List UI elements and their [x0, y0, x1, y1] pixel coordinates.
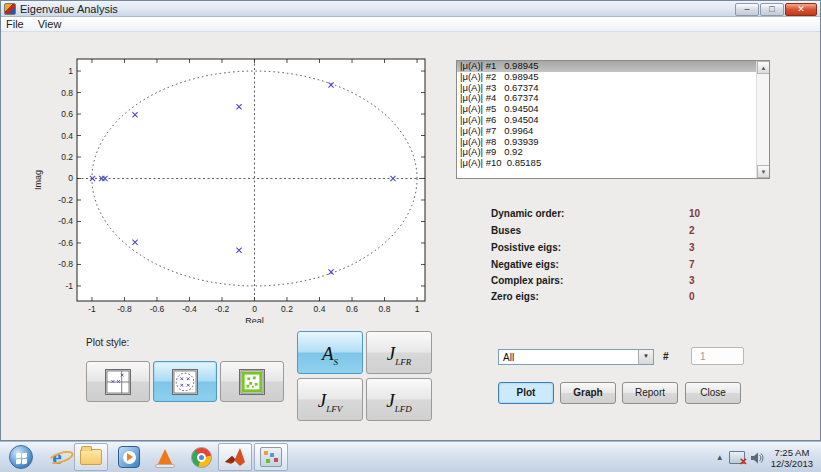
window-title: Eigenvalue Analysis: [20, 3, 118, 15]
matrix-Jlfv-button[interactable]: JLFV: [297, 378, 363, 421]
taskbar-item-windows-explorer[interactable]: [74, 443, 108, 471]
show-hidden-icons-button[interactable]: ▲: [716, 453, 724, 462]
stat-value-complex-pairs: 3: [689, 275, 719, 286]
plot-style-sparsity-button[interactable]: [220, 361, 284, 402]
stat-label-complex-pairs: Complex pairs:: [491, 275, 641, 286]
svg-text:-0.2: -0.2: [58, 195, 73, 205]
figure-window-icon: [260, 447, 282, 467]
svg-text:0.6: 0.6: [346, 304, 358, 314]
chevron-down-icon[interactable]: ▼: [638, 350, 653, 364]
menu-file[interactable]: File: [6, 18, 24, 30]
network-disconnected-icon: ✕: [739, 458, 747, 466]
scroll-up-icon[interactable]: ▲: [757, 61, 770, 74]
svg-text:Imag: Imag: [33, 170, 43, 190]
matrix-Jlfd-button[interactable]: JLFD: [366, 378, 432, 421]
chrome-icon: [191, 447, 212, 468]
minimize-button[interactable]: –: [735, 3, 759, 16]
internet-explorer-icon: e: [52, 447, 61, 467]
restore-button[interactable]: □: [760, 3, 784, 16]
svg-text:0.8: 0.8: [379, 304, 391, 314]
svg-text:1: 1: [415, 304, 420, 314]
vlc-cone-icon: [157, 449, 173, 466]
stat-value-buses: 2: [689, 225, 719, 236]
dropdown-value: All: [503, 352, 514, 363]
svg-text:0.2: 0.2: [61, 152, 73, 162]
stat-label-negative-eigs: Negative eigs:: [491, 259, 641, 270]
app-icon: [4, 3, 16, 15]
eigenvalue-analysis-window: Eigenvalue Analysis – □ ✕ File View -1-0…: [0, 0, 821, 441]
svg-text:-1: -1: [88, 304, 96, 314]
svg-text:-0.4: -0.4: [182, 304, 197, 314]
list-item[interactable]: |μ(A)| #2 0.98945: [457, 72, 769, 83]
plot-button[interactable]: Plot: [498, 382, 554, 404]
plot-style-unit-circle-button[interactable]: [153, 361, 217, 402]
stat-value-zero-eigs: 0: [689, 291, 719, 302]
svg-text:0: 0: [252, 304, 257, 314]
folder-icon: [80, 449, 102, 465]
stat-label-zero-eigs: Zero eigs:: [491, 291, 641, 302]
matlab-icon: [223, 446, 247, 468]
menu-view[interactable]: View: [38, 18, 62, 30]
start-button[interactable]: [6, 443, 36, 471]
taskbar-item-internet-explorer[interactable]: e: [42, 443, 72, 471]
svg-text:-0.2: -0.2: [215, 304, 230, 314]
stat-label-positive-eigs: Posistive eigs:: [491, 242, 641, 253]
eigenvalue-listbox[interactable]: |μ(A)| #1 0.98945 |μ(A)| #2 0.98945 |μ(A…: [456, 60, 770, 179]
svg-text:0: 0: [68, 173, 73, 183]
media-player-icon: [118, 446, 140, 468]
taskbar-item-vlc[interactable]: [150, 443, 180, 471]
svg-text:-0.8: -0.8: [58, 259, 73, 269]
stat-value-negative-eigs: 7: [689, 259, 719, 270]
matrix-Jlfr-button[interactable]: JLFR: [366, 331, 432, 374]
index-hash-label: #: [663, 351, 669, 362]
scroll-down-icon[interactable]: ▼: [757, 165, 770, 178]
s-plane-icon: [105, 369, 131, 395]
menu-bar: File View: [1, 17, 820, 32]
svg-text:Real: Real: [245, 316, 264, 323]
taskbar: e ▲ ✕ 7:: [0, 441, 821, 472]
stat-label-dynamic-order: Dynamic order:: [491, 208, 641, 219]
eigenvalue-plot: -1-0.8-0.6-0.4-0.200.20.40.60.81-1-0.8-0…: [31, 53, 436, 323]
taskbar-item-figure-window[interactable]: [254, 443, 288, 471]
svg-text:0.8: 0.8: [61, 88, 73, 98]
matrix-As-button[interactable]: AS: [297, 331, 363, 374]
plot-style-splane-button[interactable]: [86, 361, 150, 402]
svg-text:0.4: 0.4: [61, 131, 73, 141]
taskbar-item-matlab[interactable]: [218, 443, 252, 471]
windows-logo-icon: [9, 445, 33, 469]
clock-time: 7:25 AM: [771, 447, 813, 458]
svg-text:0.6: 0.6: [61, 109, 73, 119]
stat-label-buses: Buses: [491, 225, 641, 236]
stat-value-dynamic-order: 10: [689, 208, 719, 219]
clock-date: 12/3/2013: [771, 458, 813, 469]
graph-button[interactable]: Graph: [560, 382, 616, 404]
svg-text:0.2: 0.2: [281, 304, 293, 314]
report-button[interactable]: Report: [622, 382, 678, 404]
close-button[interactable]: Close: [685, 382, 741, 404]
unit-circle-icon: [172, 369, 198, 395]
svg-text:1: 1: [68, 66, 73, 76]
volume-icon[interactable]: [750, 451, 764, 465]
matrix-spy-icon: [239, 369, 265, 395]
eigenvalue-filter-dropdown[interactable]: All ▼: [498, 349, 654, 365]
titlebar[interactable]: Eigenvalue Analysis – □ ✕: [1, 1, 820, 17]
svg-text:-0.6: -0.6: [58, 238, 73, 248]
svg-text:0.4: 0.4: [314, 304, 326, 314]
stat-value-positive-eigs: 3: [689, 242, 719, 253]
svg-text:-0.6: -0.6: [150, 304, 165, 314]
plot-style-label: Plot style:: [86, 337, 129, 348]
svg-text:-1: -1: [65, 281, 73, 291]
taskbar-item-media-player[interactable]: [114, 443, 144, 471]
svg-text:-0.4: -0.4: [58, 216, 73, 226]
close-window-button[interactable]: ✕: [785, 3, 817, 16]
list-item[interactable]: |μ(A)| #7 0.9964: [457, 126, 769, 137]
eigenvalue-index-field[interactable]: 1: [691, 347, 744, 365]
taskbar-item-chrome[interactable]: [186, 443, 216, 471]
listbox-scrollbar[interactable]: ▲ ▼: [756, 61, 769, 178]
svg-text:-0.8: -0.8: [117, 304, 132, 314]
network-icon[interactable]: ✕: [729, 451, 745, 464]
taskbar-clock[interactable]: 7:25 AM 12/3/2013: [769, 447, 819, 469]
list-item[interactable]: |μ(A)| #10 0.85185: [457, 158, 769, 169]
